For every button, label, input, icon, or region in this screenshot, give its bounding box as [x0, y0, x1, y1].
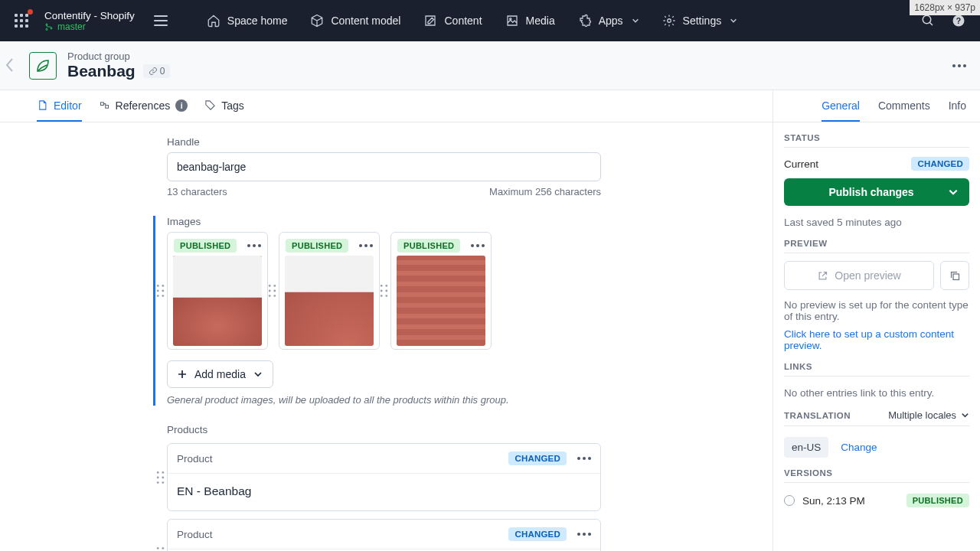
chevron-down-icon	[948, 187, 959, 197]
field-label: Products	[167, 424, 601, 435]
image-card[interactable]: PUBLISHED	[390, 232, 492, 350]
svg-point-16	[273, 295, 276, 297]
svg-point-17	[381, 285, 383, 287]
svg-point-1	[667, 19, 671, 23]
nav-content[interactable]: Content	[413, 8, 492, 34]
svg-point-6	[162, 285, 164, 287]
status-badge: CHANGED	[911, 157, 969, 171]
card-menu[interactable]	[359, 244, 373, 247]
drag-handle[interactable]	[156, 471, 165, 484]
back-button[interactable]	[5, 57, 15, 73]
char-max: Maximum 256 characters	[489, 186, 601, 197]
version-timestamp: Sun, 2:13 PM	[802, 495, 865, 507]
svg-point-11	[269, 285, 271, 287]
chevron-down-icon	[961, 411, 969, 419]
apps-grid-icon	[15, 14, 28, 28]
drag-icon	[156, 546, 165, 552]
locale-selector[interactable]: Multiple locales	[888, 409, 969, 421]
drag-handle[interactable]	[268, 284, 276, 298]
card-menu[interactable]	[471, 244, 485, 247]
svg-point-7	[157, 290, 159, 292]
menu-toggle[interactable]	[150, 10, 172, 31]
editor-scroll-area[interactable]: Handle 13 characters Maximum 256 charact…	[0, 122, 773, 551]
open-preview-button[interactable]: Open preview	[784, 261, 934, 290]
chevron-down-icon	[632, 17, 639, 24]
home-icon	[207, 14, 220, 28]
drag-handle[interactable]	[380, 284, 388, 298]
drag-handle[interactable]	[156, 284, 165, 298]
add-media-button[interactable]: Add media	[167, 360, 273, 388]
no-links-text: No other entries link to this entry.	[784, 387, 969, 399]
sidebar: General Comments Info STATUS Current CHA…	[773, 90, 980, 551]
nav-settings[interactable]: Settings	[652, 8, 749, 34]
space-selector[interactable]: Contentify - Shopify master	[44, 10, 135, 32]
section-status: STATUS	[784, 133, 969, 148]
sidebar-tab-comments[interactable]: Comments	[878, 90, 930, 122]
svg-point-25	[157, 476, 159, 478]
section-preview: PREVIEW	[784, 239, 969, 253]
card-menu[interactable]	[247, 244, 261, 247]
card-menu[interactable]	[577, 457, 591, 460]
entry-actions-menu[interactable]	[952, 64, 966, 67]
help-icon: ?	[952, 14, 965, 28]
cube-icon	[310, 14, 324, 28]
handle-input[interactable]	[167, 152, 601, 181]
section-links: LINKS	[784, 362, 969, 377]
drag-handle[interactable]	[156, 546, 165, 552]
reference-type: Product	[177, 529, 213, 540]
radio-icon	[784, 495, 795, 506]
change-locale-link[interactable]: Change	[841, 442, 877, 453]
svg-point-21	[381, 295, 383, 297]
svg-point-13	[269, 290, 271, 292]
nav-space-home[interactable]: Space home	[196, 8, 299, 34]
chevron-down-icon	[253, 370, 263, 379]
drag-icon	[268, 284, 276, 298]
product-reference-card[interactable]: Product CHANGED FR - Beanbag	[167, 519, 601, 551]
preview-missing-text: No preview is set up for the content typ…	[784, 299, 969, 322]
tab-editor[interactable]: Editor	[37, 90, 82, 122]
sidebar-tab-info[interactable]: Info	[949, 90, 966, 122]
content-type-label: Product group	[67, 51, 170, 62]
image-icon	[505, 14, 519, 28]
version-row[interactable]: Sun, 2:13 PM PUBLISHED	[784, 494, 969, 507]
status-badge: PUBLISHED	[174, 239, 237, 253]
puzzle-icon	[578, 14, 592, 28]
publish-button[interactable]: Publish changes	[784, 178, 969, 206]
tab-references[interactable]: References i	[99, 90, 188, 122]
edit-icon	[423, 14, 437, 28]
notification-dot	[28, 9, 33, 15]
section-versions: VERSIONS	[784, 468, 969, 483]
svg-point-15	[269, 295, 271, 297]
nav-content-model[interactable]: Content model	[299, 8, 411, 34]
svg-point-8	[162, 290, 164, 292]
last-saved: Last saved 5 minutes ago	[784, 217, 969, 228]
svg-point-18	[385, 285, 387, 287]
nav-media[interactable]: Media	[495, 8, 566, 34]
tag-icon	[204, 99, 216, 111]
svg-point-5	[157, 285, 159, 287]
product-reference-card[interactable]: Product CHANGED EN - Beanbag	[167, 443, 601, 511]
branch-icon	[44, 22, 54, 31]
image-card[interactable]: PUBLISHED	[279, 232, 380, 350]
status-badge: PUBLISHED	[397, 239, 460, 253]
svg-point-24	[162, 471, 164, 473]
app-switcher-button[interactable]	[8, 7, 35, 34]
field-label: Handle	[167, 136, 601, 148]
sidebar-tab-general[interactable]: General	[822, 90, 860, 122]
setup-preview-link[interactable]: Click here to set up a custom content pr…	[784, 328, 969, 351]
svg-point-0	[509, 18, 511, 20]
nav-apps[interactable]: Apps	[567, 8, 650, 34]
space-name: Contentify - Shopify	[44, 10, 135, 21]
card-menu[interactable]	[577, 533, 591, 536]
drag-icon	[156, 471, 165, 484]
primary-nav: Space home Content model Content Media A…	[196, 8, 748, 34]
content-type-icon	[29, 52, 57, 80]
copy-preview-button[interactable]	[940, 261, 969, 290]
incoming-links-pill[interactable]: 0	[143, 64, 171, 78]
field-handle: Handle 13 characters Maximum 256 charact…	[153, 136, 601, 197]
svg-point-23	[157, 471, 159, 473]
char-count: 13 characters	[167, 186, 227, 197]
tab-tags[interactable]: Tags	[204, 90, 244, 122]
current-label: Current	[784, 158, 818, 170]
image-card[interactable]: PUBLISHED	[167, 232, 268, 350]
